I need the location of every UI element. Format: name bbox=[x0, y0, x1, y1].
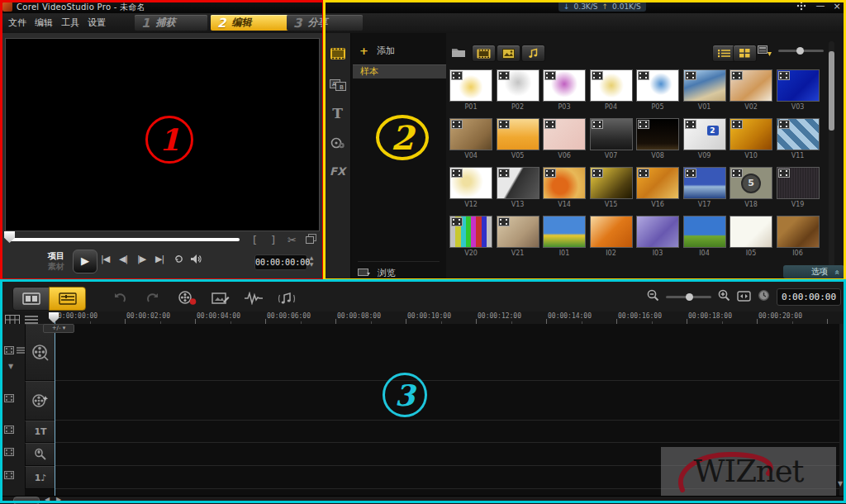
split-clip-button[interactable]: ✂ bbox=[288, 234, 297, 246]
enlarge-preview-button[interactable] bbox=[306, 234, 316, 246]
library-thumbnail-I02[interactable]: I02 bbox=[590, 216, 633, 264]
library-thumbnail-V02[interactable]: V02 bbox=[730, 69, 772, 118]
library-thumbnail-V08[interactable]: V08 bbox=[636, 118, 679, 167]
scroll-right-icon[interactable]: ▶ bbox=[56, 496, 61, 503]
library-thumbnail-V20[interactable]: V20 bbox=[449, 216, 492, 264]
library-thumbnail-V03[interactable]: V03 bbox=[777, 69, 820, 118]
folder-icon[interactable] bbox=[451, 45, 466, 61]
library-thumbnail-V13[interactable]: V13 bbox=[497, 167, 539, 216]
go-end-button[interactable]: ▶| bbox=[155, 254, 164, 264]
library-thumbnail-V12[interactable]: V12 bbox=[449, 167, 492, 216]
add-remove-track-button[interactable]: +/- ▾ bbox=[43, 324, 74, 333]
project-mode-label[interactable]: 项目 bbox=[48, 250, 64, 262]
play-button[interactable]: ▶ bbox=[73, 250, 97, 273]
slider-thumb[interactable] bbox=[686, 293, 693, 301]
filter-photo-button[interactable] bbox=[497, 45, 520, 62]
track-expand-arrow[interactable]: ▼ bbox=[8, 363, 13, 370]
library-thumbnail-P02[interactable]: P02 bbox=[497, 69, 539, 118]
library-thumbnail-V14[interactable]: V14 bbox=[543, 167, 586, 216]
library-thumbnail-P05[interactable]: P05 bbox=[636, 69, 679, 118]
redo-button[interactable] bbox=[140, 289, 165, 307]
fit-project-button[interactable] bbox=[737, 289, 751, 305]
go-start-button[interactable]: |◀ bbox=[101, 254, 109, 264]
record-capture-button[interactable] bbox=[175, 289, 200, 307]
slider-thumb[interactable] bbox=[796, 47, 804, 55]
graphic-category-tab[interactable] bbox=[325, 131, 350, 155]
clip-mode-label[interactable]: 素材 bbox=[48, 261, 64, 273]
library-thumbnail-V01[interactable]: V01 bbox=[683, 69, 726, 118]
filter-audio-button[interactable] bbox=[521, 45, 545, 62]
scroll-down-icon[interactable]: ▼ bbox=[838, 480, 843, 487]
snapshot-button[interactable] bbox=[208, 289, 233, 307]
title-track-header[interactable]: 1T bbox=[25, 421, 56, 443]
library-thumbnail-V16[interactable]: V16 bbox=[636, 167, 679, 216]
media-category-tab[interactable] bbox=[325, 41, 350, 66]
browse-button[interactable]: 浏览 bbox=[358, 261, 440, 279]
mark-out-button[interactable]: ] bbox=[271, 234, 275, 246]
gallery-scrollbar-thumb[interactable] bbox=[829, 51, 834, 131]
close-button[interactable]: × bbox=[829, 1, 844, 12]
library-thumbnail-V18[interactable]: 5V18 bbox=[730, 167, 772, 216]
timeline-view-button[interactable] bbox=[49, 287, 86, 311]
timecode-spinner[interactable]: ▲▼ bbox=[307, 254, 316, 269]
transition-category-tab[interactable]: AB bbox=[325, 73, 350, 97]
library-thumbnail-I04[interactable]: I04 bbox=[683, 216, 726, 264]
options-button[interactable]: 选项 « bbox=[783, 265, 844, 278]
menu-item-1[interactable]: 文件 bbox=[8, 13, 26, 33]
title-category-tab[interactable]: T bbox=[325, 101, 350, 126]
repeat-button[interactable] bbox=[173, 254, 184, 267]
library-thumbnail-V10[interactable]: V10 bbox=[730, 118, 772, 167]
gallery-item-samples[interactable]: 样本 bbox=[353, 64, 452, 78]
music-track-enable-toggle[interactable] bbox=[4, 471, 14, 479]
thumbnail-view-button[interactable] bbox=[733, 45, 757, 62]
voice-track-enable-toggle[interactable] bbox=[4, 448, 14, 456]
mark-in-button[interactable]: [ bbox=[253, 234, 257, 246]
window-menu-icon[interactable] bbox=[795, 1, 808, 12]
zoom-out-icon[interactable] bbox=[647, 289, 659, 305]
clock-icon[interactable] bbox=[758, 289, 770, 305]
library-thumbnail-V19[interactable]: V19 bbox=[777, 167, 820, 216]
music-track-header[interactable]: 1♪ bbox=[25, 466, 56, 489]
filter-category-tab[interactable]: FX bbox=[325, 159, 350, 183]
filter-video-button[interactable] bbox=[472, 45, 496, 62]
library-thumbnail-V11[interactable]: V11 bbox=[777, 118, 820, 167]
video-track-enable-toggle[interactable] bbox=[4, 346, 26, 354]
horizontal-scroll-handle[interactable] bbox=[13, 497, 40, 504]
library-thumbnail-P04[interactable]: P04 bbox=[590, 69, 633, 118]
step-tab-3[interactable]: 3分享 bbox=[287, 15, 363, 31]
sort-button[interactable] bbox=[758, 45, 772, 61]
library-thumbnail-V15[interactable]: V15 bbox=[590, 167, 633, 216]
menu-item-4[interactable]: 设置 bbox=[88, 13, 106, 33]
library-thumbnail-V06[interactable]: V06 bbox=[543, 118, 586, 167]
library-thumbnail-V21[interactable]: V21 bbox=[497, 216, 539, 264]
previous-frame-button[interactable]: ◀| bbox=[119, 254, 127, 264]
volume-button[interactable] bbox=[190, 254, 202, 267]
library-thumbnail-P03[interactable]: P03 bbox=[543, 69, 586, 118]
title-track-enable-toggle[interactable] bbox=[4, 426, 14, 434]
library-thumbnail-V17[interactable]: V17 bbox=[683, 167, 726, 216]
library-thumbnail-V04[interactable]: V04 bbox=[449, 118, 492, 167]
overlay-track[interactable] bbox=[55, 381, 839, 421]
zoom-in-icon[interactable] bbox=[718, 289, 730, 305]
video-track[interactable] bbox=[55, 324, 839, 381]
library-thumbnail-I03[interactable]: I03 bbox=[636, 216, 679, 264]
overlay-track-header[interactable] bbox=[25, 381, 56, 421]
surround-sound-button[interactable] bbox=[274, 289, 299, 307]
library-thumbnail-P01[interactable]: P01 bbox=[449, 69, 492, 118]
thumbnail-size-slider[interactable] bbox=[778, 50, 824, 52]
audio-mixer-button[interactable] bbox=[241, 289, 266, 307]
voice-track-header[interactable] bbox=[25, 443, 56, 466]
library-thumbnail-V09[interactable]: 2V09 bbox=[683, 118, 726, 167]
add-gallery-button[interactable]: + 添加 bbox=[359, 45, 395, 57]
step-tab-1[interactable]: 1捕获 bbox=[135, 15, 207, 31]
library-thumbnail-I05[interactable]: I05 bbox=[730, 216, 772, 264]
step-tab-2[interactable]: 2编辑 bbox=[211, 15, 293, 31]
next-frame-button[interactable]: |▶ bbox=[137, 254, 145, 264]
title-track[interactable] bbox=[55, 421, 839, 443]
menu-item-2[interactable]: 编辑 bbox=[35, 13, 53, 33]
overlay-track-enable-toggle[interactable] bbox=[4, 394, 14, 402]
minimize-button[interactable]: — bbox=[813, 1, 828, 12]
vertical-scrollbar[interactable] bbox=[839, 324, 846, 496]
library-thumbnail-I01[interactable]: I01 bbox=[543, 216, 586, 264]
scroll-left-icon[interactable]: ◀ bbox=[45, 496, 50, 503]
